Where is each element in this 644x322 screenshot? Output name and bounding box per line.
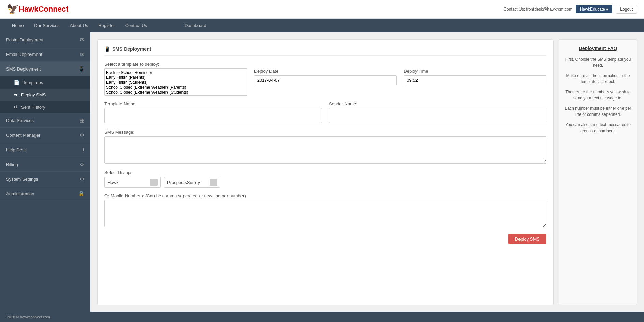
sidebar-label-content: Content Manager [6, 133, 40, 138]
deploy-time-input[interactable] [404, 75, 546, 85]
faq-step-3: Each number must be either one per line … [564, 105, 632, 118]
mobile-numbers-input[interactable] [104, 200, 546, 227]
sidebar-label-system: System Settings [6, 177, 38, 182]
sidebar-item-content[interactable]: Content Manager ⚙ [0, 128, 90, 142]
mobile-numbers-label: Or Mobile Numbers: (Can be comma seperat… [104, 193, 546, 198]
nav-about[interactable]: About Us [65, 19, 93, 32]
group-prospects-checkbox[interactable] [210, 179, 217, 186]
nav-contact[interactable]: Contact Us [120, 19, 152, 32]
sidebar-label-data: Data Services [6, 118, 34, 123]
sidebar-sub-label-history: Sent History [21, 105, 45, 110]
logo-icon: 🦅 [7, 4, 19, 14]
panel-title-text: SMS Deployment [112, 46, 151, 52]
template-select-wrap: Back to School Reminder Early Finish (Pa… [104, 68, 247, 96]
logo-hawk: Hawk [19, 5, 38, 13]
template-option-2[interactable]: Early Finish (Students) [106, 80, 246, 85]
sidebar-sub-sent-history[interactable]: ↺ Sent History [0, 101, 90, 113]
template-option-1[interactable]: Early Finish (Parents) [106, 75, 246, 80]
hawk-educate-button[interactable]: HawkEducate ▾ [576, 5, 612, 13]
sidebar-label-billing: Billing [6, 162, 18, 167]
deploy-time-label: Deploy Time [404, 68, 546, 74]
admin-icon: 🔒 [78, 191, 84, 196]
deploy-date-label: Deploy Date [254, 68, 397, 74]
nav-bar: Home Our Services About Us Register Cont… [0, 19, 644, 32]
helpdesk-icon: ℹ [83, 147, 84, 152]
panel-icon: 📱 [104, 46, 110, 52]
template-select[interactable]: Back to School Reminder Early Finish (Pa… [104, 68, 247, 96]
sidebar-label-sms: SMS Deployment [6, 66, 41, 72]
template-option-0[interactable]: Back to School Reminder [106, 70, 246, 75]
template-option-4[interactable]: School Closed (Extreme Weather) (Student… [106, 90, 246, 95]
system-icon: ⚙ [80, 176, 84, 182]
top-bar: 🦅 HawkConnect Contact Us: frontdesk@hawk… [0, 0, 644, 19]
sidebar-item-system[interactable]: System Settings ⚙ [0, 172, 90, 186]
sidebar-item-admin[interactable]: Administration 🔒 [0, 186, 90, 201]
contact-info: Contact Us: frontdesk@hawkrcm.com [503, 7, 572, 12]
groups-row: Hawk ProspectsSurrey [104, 177, 546, 188]
panel-title: 📱 SMS Deployment [104, 46, 546, 56]
logo-connect: Connect [38, 5, 68, 13]
template-option-3[interactable]: School Closed (Extreme Weather) (Parents… [106, 85, 246, 90]
sidebar-sub-deploy-sms[interactable]: ➡ Deploy SMS [0, 89, 90, 101]
group-hawk: Hawk [104, 177, 161, 188]
data-icon: ▦ [80, 118, 84, 123]
faq-step-4: You can also send text messages to group… [564, 122, 632, 134]
select-template-label: Select a template to deploy: [104, 62, 546, 67]
top-right-area: Contact Us: frontdesk@hawkrcm.com HawkEd… [503, 5, 637, 14]
faq-title: Deployment FAQ [564, 46, 632, 51]
mobile-numbers-section: Or Mobile Numbers: (Can be comma seperat… [104, 193, 546, 228]
deploy-date-wrap: Deploy Date [254, 68, 397, 96]
group-prospects: ProspectsSurrey [164, 177, 220, 188]
sender-name-input[interactable] [329, 108, 546, 123]
select-groups-label: Select Groups: [104, 170, 546, 175]
sidebar-sub-sms: 📄 Templates ➡ Deploy SMS ↺ Sent History [0, 76, 90, 113]
nav-services[interactable]: Our Services [29, 19, 65, 32]
template-name-wrap: Template Name: [104, 101, 322, 124]
sidebar-label-postal: Postal Deployment [6, 37, 43, 42]
group-prospects-name: ProspectsSurrey [167, 180, 208, 185]
postal-icon: ✉ [80, 37, 84, 42]
logo: 🦅 HawkConnect [7, 4, 68, 14]
sidebar-item-billing[interactable]: Billing ⚙ [0, 157, 90, 172]
nav-register[interactable]: Register [93, 19, 120, 32]
template-row: Back to School Reminder Early Finish (Pa… [104, 68, 546, 96]
faq-panel: Deployment FAQ First, Choose the SMS tem… [559, 39, 637, 305]
sidebar-sub-label-templates: Templates [23, 80, 43, 85]
nav-dashboard[interactable]: Dashboard [179, 19, 211, 32]
content-area: 📱 SMS Deployment Select a template to de… [90, 32, 644, 312]
sms-message-section: SMS Message: [104, 129, 546, 165]
sms-message-label: SMS Message: [104, 129, 546, 135]
sidebar-item-sms[interactable]: SMS Deployment 📱 [0, 62, 90, 76]
sidebar-item-data[interactable]: Data Services ▦ [0, 113, 90, 128]
nav-home[interactable]: Home [7, 19, 29, 32]
sidebar-item-postal[interactable]: Postal Deployment ✉ [0, 32, 90, 47]
template-name-label: Template Name: [104, 101, 322, 106]
template-name-input[interactable] [104, 108, 322, 123]
group-hawk-checkbox[interactable] [150, 179, 158, 186]
sidebar-label-admin: Administration [6, 191, 34, 196]
deploy-date-input[interactable] [254, 75, 397, 85]
sidebar-label-email: Email Deployment [6, 52, 42, 57]
deploy-btn-row: Deploy SMS [104, 234, 546, 244]
sidebar-label-helpdesk: Help Desk [6, 147, 27, 152]
sidebar-sub-templates[interactable]: 📄 Templates [0, 76, 90, 89]
faq-step-1: Make sure all the information in the tem… [564, 73, 632, 85]
group-hawk-name: Hawk [107, 180, 148, 185]
email-icon: ✉ [80, 51, 84, 57]
deploy-icon: ➡ [14, 92, 18, 97]
billing-icon: ⚙ [80, 162, 84, 167]
main-layout: Postal Deployment ✉ Email Deployment ✉ S… [0, 32, 644, 312]
sms-icon: 📱 [78, 66, 84, 72]
sidebar-item-helpdesk[interactable]: Help Desk ℹ [0, 142, 90, 157]
sender-name-label: Sender Name: [329, 101, 546, 106]
logout-button[interactable]: Logout [616, 5, 637, 14]
footer-text: 2018 © hawkconnect.com [7, 315, 50, 319]
sms-message-input[interactable] [104, 136, 546, 164]
content-icon: ⚙ [80, 132, 84, 138]
deploy-sms-button[interactable]: Deploy SMS [508, 234, 546, 244]
sidebar-sub-label-deploy: Deploy SMS [21, 92, 46, 97]
sidebar-item-email[interactable]: Email Deployment ✉ [0, 47, 90, 62]
name-row: Template Name: Sender Name: [104, 101, 546, 124]
sender-name-wrap: Sender Name: [329, 101, 546, 124]
templates-icon: 📄 [14, 80, 19, 85]
